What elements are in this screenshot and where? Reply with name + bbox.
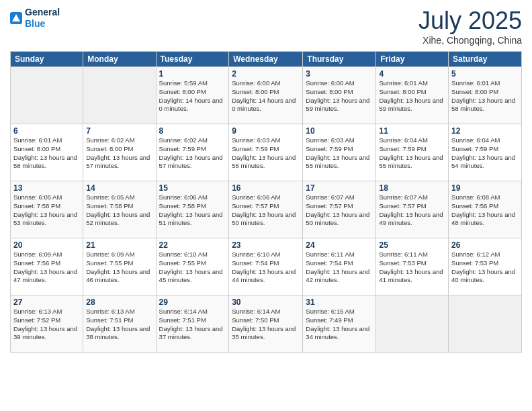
calendar-day-cell: 9Sunrise: 6:03 AMSunset: 7:59 PMDaylight… (229, 124, 303, 181)
calendar-day-cell: 19Sunrise: 6:08 AMSunset: 7:56 PMDayligh… (449, 181, 522, 238)
calendar-day-cell: 23Sunrise: 6:10 AMSunset: 7:54 PMDayligh… (229, 238, 303, 295)
day-number: 31 (306, 298, 373, 307)
logo-blue: Blue (25, 18, 60, 30)
day-info: Sunrise: 6:13 AMSunset: 7:52 PMDaylight:… (13, 308, 80, 342)
location: Xihe, Chongqing, China (418, 35, 522, 46)
day-info: Sunrise: 6:02 AMSunset: 8:00 PMDaylight:… (86, 136, 152, 171)
calendar-day-cell: 11Sunrise: 6:04 AMSunset: 7:59 PMDayligh… (376, 124, 449, 181)
day-info: Sunrise: 6:06 AMSunset: 7:58 PMDaylight:… (159, 193, 226, 228)
day-number: 19 (451, 183, 519, 193)
day-info: Sunrise: 6:12 AMSunset: 7:53 PMDaylight:… (451, 250, 519, 285)
day-info: Sunrise: 6:01 AMSunset: 8:00 PMDaylight:… (379, 79, 445, 113)
day-number: 7 (86, 126, 152, 136)
calendar-day-cell: 18Sunrise: 6:07 AMSunset: 7:57 PMDayligh… (376, 181, 449, 238)
calendar-day-cell: 25Sunrise: 6:11 AMSunset: 7:53 PMDayligh… (376, 238, 449, 295)
day-info: Sunrise: 6:11 AMSunset: 7:54 PMDaylight:… (306, 250, 373, 285)
calendar-day-cell (83, 67, 156, 124)
title-block: July 2025 Xihe, Chongqing, China (418, 7, 522, 46)
calendar-day-cell (11, 67, 83, 124)
calendar-page: General Blue July 2025 Xihe, Chongqing, … (0, 0, 532, 411)
day-number: 22 (159, 240, 226, 250)
day-of-week-header: Sunday (11, 52, 83, 67)
day-number: 8 (159, 126, 226, 136)
day-info: Sunrise: 6:03 AMSunset: 7:59 PMDaylight:… (232, 136, 300, 171)
calendar-day-cell: 27Sunrise: 6:13 AMSunset: 7:52 PMDayligh… (11, 295, 83, 353)
day-info: Sunrise: 6:00 AMSunset: 8:00 PMDaylight:… (306, 79, 373, 113)
day-number: 2 (232, 69, 300, 79)
day-info: Sunrise: 6:13 AMSunset: 7:51 PMDaylight:… (86, 308, 152, 342)
day-info: Sunrise: 6:01 AMSunset: 8:00 PMDaylight:… (13, 136, 80, 171)
calendar-day-cell: 8Sunrise: 6:02 AMSunset: 7:59 PMDaylight… (156, 124, 229, 181)
day-number: 16 (232, 183, 300, 193)
day-info: Sunrise: 6:02 AMSunset: 7:59 PMDaylight:… (159, 136, 226, 171)
calendar-day-cell: 22Sunrise: 6:10 AMSunset: 7:55 PMDayligh… (156, 238, 229, 295)
day-number: 5 (451, 69, 519, 79)
day-number: 26 (451, 240, 519, 250)
calendar-day-cell: 28Sunrise: 6:13 AMSunset: 7:51 PMDayligh… (83, 295, 156, 353)
calendar-day-cell (449, 295, 522, 353)
calendar-week-row: 1Sunrise: 5:59 AMSunset: 8:00 PMDaylight… (11, 67, 522, 124)
logo: General Blue (10, 7, 60, 30)
day-number: 11 (379, 126, 445, 136)
day-info: Sunrise: 6:05 AMSunset: 7:58 PMDaylight:… (13, 193, 80, 228)
calendar-week-row: 6Sunrise: 6:01 AMSunset: 8:00 PMDaylight… (11, 124, 522, 181)
month-title: July 2025 (418, 7, 522, 35)
calendar-week-row: 20Sunrise: 6:09 AMSunset: 7:56 PMDayligh… (11, 238, 522, 295)
day-info: Sunrise: 5:59 AMSunset: 8:00 PMDaylight:… (159, 79, 226, 113)
day-number: 27 (13, 298, 80, 307)
day-number: 6 (13, 126, 80, 136)
calendar-day-cell: 30Sunrise: 6:14 AMSunset: 7:50 PMDayligh… (229, 295, 303, 353)
calendar-day-cell: 12Sunrise: 6:04 AMSunset: 7:59 PMDayligh… (449, 124, 522, 181)
day-info: Sunrise: 6:04 AMSunset: 7:59 PMDaylight:… (451, 136, 519, 171)
day-info: Sunrise: 6:07 AMSunset: 7:57 PMDaylight:… (306, 193, 373, 228)
day-number: 10 (306, 126, 373, 136)
day-number: 15 (159, 183, 226, 193)
logo-icon (10, 12, 22, 24)
day-number: 30 (232, 298, 300, 307)
calendar-table: SundayMondayTuesdayWednesdayThursdayFrid… (10, 51, 522, 353)
day-number: 17 (306, 183, 373, 193)
day-of-week-header: Wednesday (229, 52, 303, 67)
day-info: Sunrise: 6:07 AMSunset: 7:57 PMDaylight:… (379, 193, 445, 228)
day-info: Sunrise: 6:06 AMSunset: 7:57 PMDaylight:… (232, 193, 300, 228)
calendar-day-cell: 5Sunrise: 6:01 AMSunset: 8:00 PMDaylight… (449, 67, 522, 124)
calendar-week-row: 27Sunrise: 6:13 AMSunset: 7:52 PMDayligh… (11, 295, 522, 353)
day-number: 21 (86, 240, 152, 250)
day-number: 29 (159, 298, 226, 307)
calendar-day-cell: 31Sunrise: 6:15 AMSunset: 7:49 PMDayligh… (303, 295, 376, 353)
day-of-week-header: Saturday (449, 52, 522, 67)
calendar-body: 1Sunrise: 5:59 AMSunset: 8:00 PMDaylight… (11, 67, 522, 353)
day-number: 12 (451, 126, 519, 136)
day-info: Sunrise: 6:05 AMSunset: 7:58 PMDaylight:… (86, 193, 152, 228)
day-info: Sunrise: 6:09 AMSunset: 7:56 PMDaylight:… (13, 250, 80, 285)
calendar-day-cell (376, 295, 449, 353)
day-number: 13 (13, 183, 80, 193)
calendar-day-cell: 10Sunrise: 6:03 AMSunset: 7:59 PMDayligh… (303, 124, 376, 181)
calendar-day-cell: 4Sunrise: 6:01 AMSunset: 8:00 PMDaylight… (376, 67, 449, 124)
calendar-day-cell: 6Sunrise: 6:01 AMSunset: 8:00 PMDaylight… (11, 124, 83, 181)
calendar-day-cell: 15Sunrise: 6:06 AMSunset: 7:58 PMDayligh… (156, 181, 229, 238)
day-info: Sunrise: 6:10 AMSunset: 7:54 PMDaylight:… (232, 250, 300, 285)
day-number: 9 (232, 126, 300, 136)
calendar-day-cell: 29Sunrise: 6:14 AMSunset: 7:51 PMDayligh… (156, 295, 229, 353)
calendar-day-cell: 14Sunrise: 6:05 AMSunset: 7:58 PMDayligh… (83, 181, 156, 238)
day-info: Sunrise: 6:03 AMSunset: 7:59 PMDaylight:… (306, 136, 373, 171)
calendar-day-cell: 26Sunrise: 6:12 AMSunset: 7:53 PMDayligh… (449, 238, 522, 295)
day-number: 4 (379, 69, 445, 79)
day-info: Sunrise: 6:08 AMSunset: 7:56 PMDaylight:… (451, 193, 519, 228)
calendar-day-cell: 16Sunrise: 6:06 AMSunset: 7:57 PMDayligh… (229, 181, 303, 238)
logo-general: General (25, 7, 60, 18)
day-info: Sunrise: 6:10 AMSunset: 7:55 PMDaylight:… (159, 250, 226, 285)
calendar-day-cell: 24Sunrise: 6:11 AMSunset: 7:54 PMDayligh… (303, 238, 376, 295)
day-info: Sunrise: 6:15 AMSunset: 7:49 PMDaylight:… (306, 308, 373, 342)
day-of-week-header: Monday (83, 52, 156, 67)
logo-text: General Blue (25, 7, 60, 30)
day-of-week-header: Tuesday (156, 52, 229, 67)
calendar-day-cell: 7Sunrise: 6:02 AMSunset: 8:00 PMDaylight… (83, 124, 156, 181)
calendar-day-cell: 21Sunrise: 6:09 AMSunset: 7:55 PMDayligh… (83, 238, 156, 295)
day-number: 18 (379, 183, 445, 193)
day-info: Sunrise: 6:14 AMSunset: 7:50 PMDaylight:… (232, 308, 300, 342)
day-number: 20 (13, 240, 80, 250)
day-info: Sunrise: 6:14 AMSunset: 7:51 PMDaylight:… (159, 308, 226, 342)
calendar-week-row: 13Sunrise: 6:05 AMSunset: 7:58 PMDayligh… (11, 181, 522, 238)
